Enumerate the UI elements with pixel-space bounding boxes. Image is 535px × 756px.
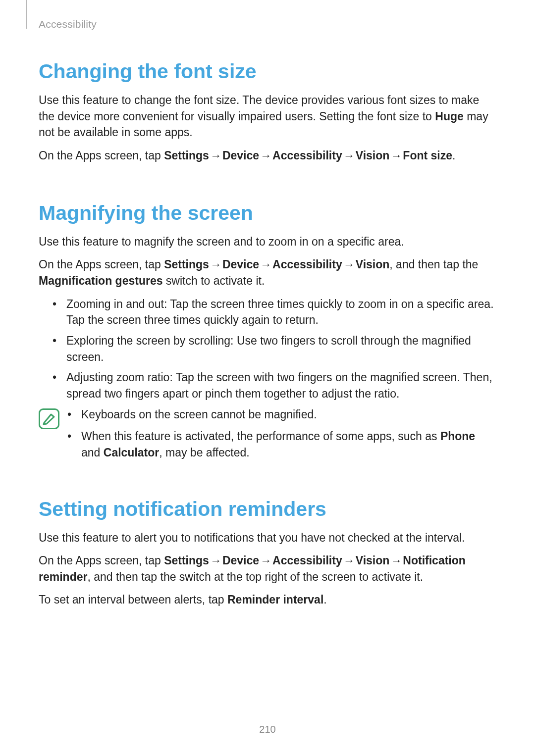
list-item: Exploring the screen by scrolling: Use t… <box>53 333 496 365</box>
note-icon <box>39 408 59 429</box>
arrow-icon: → <box>209 258 222 271</box>
heading-font-size: Changing the font size <box>39 60 496 83</box>
magnify-navigation-path: On the Apps screen, tap Settings→Device→… <box>39 256 496 289</box>
font-size-navigation-path: On the Apps screen, tap Settings→Device→… <box>39 148 496 164</box>
text: On the Apps screen, tap <box>39 258 164 271</box>
manual-page: Accessibility Changing the font size Use… <box>0 0 535 756</box>
bold-huge: Huge <box>435 110 464 123</box>
note-bullet-list: Keyboards on the screen cannot be magnif… <box>67 406 496 467</box>
bold-calculator: Calculator <box>104 446 159 459</box>
arrow-icon: → <box>209 554 222 567</box>
arrow-icon: → <box>259 258 272 271</box>
path-device: Device <box>222 149 259 162</box>
text: To set an interval between alerts, tap <box>39 593 227 606</box>
reminders-description: Use this feature to alert you to notific… <box>39 530 496 546</box>
path-settings: Settings <box>164 554 209 567</box>
path-vision: Vision <box>356 554 390 567</box>
arrow-icon: → <box>342 258 356 271</box>
text: , may be affected. <box>159 446 249 459</box>
path-font-size: Font size <box>403 149 452 162</box>
page-number: 210 <box>0 724 535 735</box>
list-item: When this feature is activated, the perf… <box>67 428 496 460</box>
heading-magnifying: Magnifying the screen <box>39 202 496 225</box>
reminders-navigation-path: On the Apps screen, tap Settings→Device→… <box>39 553 496 585</box>
path-accessibility: Accessibility <box>272 554 342 567</box>
text: On the Apps screen, tap <box>39 149 164 162</box>
path-vision: Vision <box>356 258 390 271</box>
magnify-description: Use this feature to magnify the screen a… <box>39 234 496 250</box>
text: and <box>81 446 104 459</box>
list-item: Zooming in and out: Tap the screen three… <box>53 296 496 328</box>
arrow-icon: → <box>389 149 403 162</box>
note-block: Keyboards on the screen cannot be magnif… <box>39 406 496 467</box>
path-settings: Settings <box>164 258 209 271</box>
text: . <box>452 149 455 162</box>
arrow-icon: → <box>342 149 356 162</box>
text: Use this feature to change the font size… <box>39 94 479 123</box>
text: , and then tap the switch at the top rig… <box>87 570 423 583</box>
font-size-description: Use this feature to change the font size… <box>39 92 496 141</box>
arrow-icon: → <box>342 554 356 567</box>
heading-notification-reminders: Setting notification reminders <box>39 498 496 521</box>
reminders-interval: To set an interval between alerts, tap R… <box>39 592 496 608</box>
path-vision: Vision <box>356 149 390 162</box>
path-accessibility: Accessibility <box>272 258 342 271</box>
header-rule <box>26 0 27 29</box>
arrow-icon: → <box>259 554 272 567</box>
list-item: Adjusting zoom ratio: Tap the screen wit… <box>53 369 496 402</box>
page-content: Changing the font size Use this feature … <box>39 30 496 608</box>
arrow-icon: → <box>259 149 272 162</box>
text: When this feature is activated, the perf… <box>81 430 440 443</box>
note-icon-wrap <box>39 406 59 429</box>
list-item: Keyboards on the screen cannot be magnif… <box>67 406 496 423</box>
path-device: Device <box>222 554 259 567</box>
arrow-icon: → <box>209 149 222 162</box>
text: , and then tap the <box>389 258 478 271</box>
arrow-icon: → <box>389 554 403 567</box>
path-device: Device <box>222 258 259 271</box>
bold-reminder-interval: Reminder interval <box>227 593 323 606</box>
bold-phone: Phone <box>440 430 475 443</box>
path-settings: Settings <box>164 149 209 162</box>
magnify-bullet-list: Zooming in and out: Tap the screen three… <box>39 296 496 402</box>
path-accessibility: Accessibility <box>272 149 342 162</box>
text: On the Apps screen, tap <box>39 554 164 567</box>
text: switch to activate it. <box>162 274 265 287</box>
text: . <box>323 593 326 606</box>
path-magnification-gestures: Magnification gestures <box>39 274 162 287</box>
running-header: Accessibility <box>39 18 496 30</box>
